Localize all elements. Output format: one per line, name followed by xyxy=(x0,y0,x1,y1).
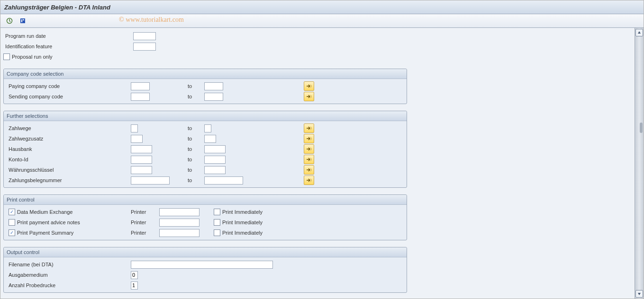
further-selection-to-input[interactable] xyxy=(204,166,226,174)
company-code-label: Sending company code xyxy=(9,94,131,99)
further-selection-multiple-selection-button[interactable] xyxy=(304,155,314,164)
further-selection-multiple-selection-button[interactable] xyxy=(304,144,314,154)
application-toolbar: © www.tutorialkart.com xyxy=(0,14,644,28)
further-selection-row: Zahlwegzusatzto xyxy=(4,133,407,144)
further-selection-label: Hausbank xyxy=(9,146,131,152)
program-run-date-input[interactable] xyxy=(133,32,156,40)
output-field-label: Ausgabemedium xyxy=(9,272,131,278)
further-selection-row: Zahlwegeto xyxy=(4,123,407,133)
printer-label: Printer xyxy=(131,230,159,236)
output-field-input[interactable] xyxy=(131,281,138,290)
print-option-label: Print payment advice notes xyxy=(17,220,80,225)
further-selection-to-label: to xyxy=(188,136,204,141)
further-selection-to-label: to xyxy=(188,125,204,131)
proposal-run-checkbox[interactable] xyxy=(3,53,10,60)
group-print-control: Print control Data Medium ExchangePrinte… xyxy=(3,194,407,240)
print-immediately-label: Print Immediately xyxy=(222,220,263,225)
printer-label: Printer xyxy=(131,220,159,225)
output-control-row: Anzahl Probedrucke xyxy=(4,280,407,290)
further-selection-to-input[interactable] xyxy=(204,145,226,153)
further-selection-from-input[interactable] xyxy=(131,156,152,164)
identification-feature-label: Identification feature xyxy=(3,44,133,49)
company-code-row: Sending company codeto xyxy=(4,91,407,102)
print-option-label: Print Payment Summary xyxy=(17,230,73,236)
printer-input[interactable] xyxy=(159,219,200,227)
further-selection-to-label: to xyxy=(188,157,204,162)
svg-rect-1 xyxy=(20,18,25,23)
company-code-to-input[interactable] xyxy=(204,93,223,101)
group-further-selections-header: Further selections xyxy=(4,111,407,121)
further-selection-label: Währungsschlüssel xyxy=(9,167,131,173)
company-code-label: Paying company code xyxy=(9,83,131,89)
further-selection-to-input[interactable] xyxy=(204,124,211,132)
further-selection-multiple-selection-button[interactable] xyxy=(304,176,314,185)
print-control-row: Print payment advice notesPrinterPrint I… xyxy=(4,217,407,228)
printer-input[interactable] xyxy=(159,229,200,237)
company-code-multiple-selection-button[interactable] xyxy=(304,92,314,101)
further-selection-to-input[interactable] xyxy=(204,156,226,164)
further-selection-to-input[interactable] xyxy=(204,176,243,185)
further-selection-to-label: to xyxy=(188,146,204,152)
print-immediately-checkbox[interactable] xyxy=(214,229,220,236)
print-option-checkbox[interactable] xyxy=(9,219,15,226)
company-code-from-input[interactable] xyxy=(131,82,150,90)
further-selection-multiple-selection-button[interactable] xyxy=(304,165,314,175)
further-selection-from-input[interactable] xyxy=(131,124,138,132)
print-immediately-checkbox[interactable] xyxy=(214,209,220,215)
further-selection-row: Währungsschlüsselto xyxy=(4,165,407,175)
further-selection-label: Konto-Id xyxy=(9,157,131,162)
group-output-control-header: Output control xyxy=(4,247,407,257)
further-selection-label: Zahlwege xyxy=(9,125,131,131)
company-code-to-label: to xyxy=(188,83,204,89)
company-code-multiple-selection-button[interactable] xyxy=(304,81,314,91)
further-selection-from-input[interactable] xyxy=(131,166,152,174)
top-parameters: Program run date Identification feature … xyxy=(3,31,631,62)
further-selection-row: Hausbankto xyxy=(4,144,407,154)
svg-rect-2 xyxy=(21,19,22,22)
vertical-scrollbar[interactable] xyxy=(635,28,644,299)
print-option-cell: Data Medium Exchange xyxy=(9,209,131,215)
company-code-row: Paying company codeto xyxy=(4,81,407,91)
variant-button[interactable] xyxy=(18,16,28,26)
company-code-to-input[interactable] xyxy=(204,82,223,90)
print-option-label: Data Medium Exchange xyxy=(17,209,73,215)
company-code-from-input[interactable] xyxy=(131,93,150,101)
window-titlebar: Zahlungsträger Belgien - DTA Inland xyxy=(0,0,644,14)
print-option-checkbox[interactable] xyxy=(9,209,15,215)
print-option-checkbox[interactable] xyxy=(9,229,15,236)
print-option-cell: Print Payment Summary xyxy=(9,229,131,236)
further-selection-label: Zahlungsbelegnummer xyxy=(9,177,131,183)
content-area: Program run date Identification feature … xyxy=(0,28,634,299)
scroll-up-button[interactable] xyxy=(635,29,643,36)
further-selection-to-input[interactable] xyxy=(204,135,216,143)
printer-label: Printer xyxy=(131,209,159,215)
execute-button[interactable] xyxy=(4,16,15,26)
window-title: Zahlungsträger Belgien - DTA Inland xyxy=(4,4,110,11)
scroll-grip[interactable] xyxy=(640,123,643,133)
watermark-text: © www.tutorialkart.com xyxy=(119,16,184,24)
further-selection-multiple-selection-button[interactable] xyxy=(304,134,314,143)
output-field-input[interactable] xyxy=(131,261,273,269)
company-code-to-label: to xyxy=(188,94,204,99)
further-selection-to-label: to xyxy=(188,167,204,173)
output-control-row: Filename (bei DTA) xyxy=(4,259,407,270)
print-control-row: Print Payment SummaryPrinterPrint Immedi… xyxy=(4,228,407,238)
further-selection-from-input[interactable] xyxy=(131,176,170,185)
scroll-down-button[interactable] xyxy=(635,290,643,298)
proposal-run-label: Proposal run only xyxy=(12,54,53,60)
further-selection-from-input[interactable] xyxy=(131,145,152,153)
further-selection-row: Zahlungsbelegnummerto xyxy=(4,175,407,185)
identification-feature-input[interactable] xyxy=(133,43,156,51)
output-field-input[interactable] xyxy=(131,271,138,279)
further-selection-from-input[interactable] xyxy=(131,135,143,143)
print-immediately-checkbox[interactable] xyxy=(214,219,220,226)
print-option-cell: Print payment advice notes xyxy=(9,219,131,226)
group-company-code: Company code selection Paying company co… xyxy=(3,69,407,104)
further-selection-label: Zahlwegzusatz xyxy=(9,136,131,141)
further-selection-row: Konto-Idto xyxy=(4,154,407,165)
output-field-label: Filename (bei DTA) xyxy=(9,262,131,267)
further-selection-multiple-selection-button[interactable] xyxy=(304,123,314,133)
output-field-label: Anzahl Probedrucke xyxy=(9,282,131,288)
printer-input[interactable] xyxy=(159,208,200,216)
print-immediately-label: Print Immediately xyxy=(222,230,263,236)
